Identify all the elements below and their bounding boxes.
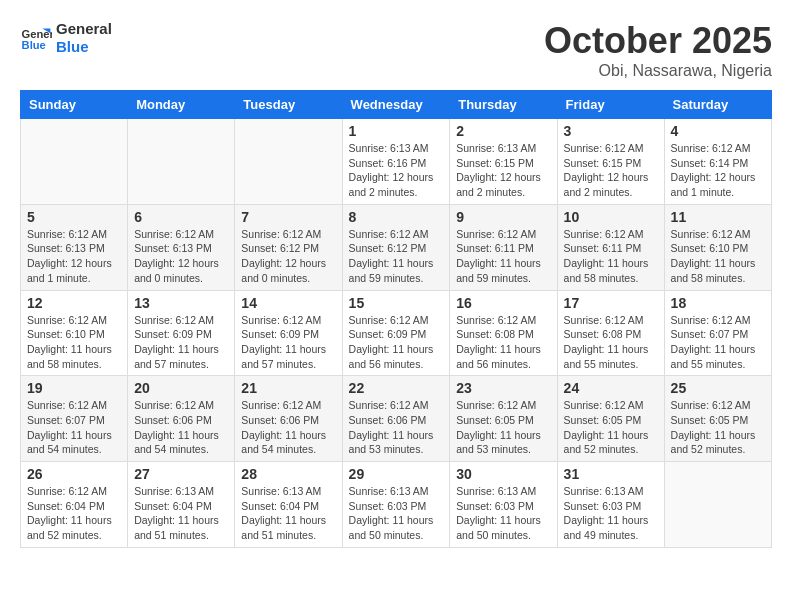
day-info: Sunrise: 6:12 AMSunset: 6:09 PMDaylight:…: [134, 313, 228, 372]
day-number: 13: [134, 295, 228, 311]
day-number: 16: [456, 295, 550, 311]
calendar-week-row: 19Sunrise: 6:12 AMSunset: 6:07 PMDayligh…: [21, 376, 772, 462]
day-info: Sunrise: 6:13 AMSunset: 6:04 PMDaylight:…: [241, 484, 335, 543]
weekday-header: Tuesday: [235, 91, 342, 119]
day-number: 30: [456, 466, 550, 482]
day-info: Sunrise: 6:12 AMSunset: 6:06 PMDaylight:…: [349, 398, 444, 457]
calendar-week-row: 26Sunrise: 6:12 AMSunset: 6:04 PMDayligh…: [21, 462, 772, 548]
day-info: Sunrise: 6:12 AMSunset: 6:06 PMDaylight:…: [241, 398, 335, 457]
day-number: 12: [27, 295, 121, 311]
day-info: Sunrise: 6:12 AMSunset: 6:12 PMDaylight:…: [241, 227, 335, 286]
calendar-cell: 11Sunrise: 6:12 AMSunset: 6:10 PMDayligh…: [664, 204, 771, 290]
day-number: 2: [456, 123, 550, 139]
calendar-cell: [128, 119, 235, 205]
day-number: 15: [349, 295, 444, 311]
page-header: General Blue General Blue October 2025 O…: [20, 20, 772, 80]
day-number: 20: [134, 380, 228, 396]
day-info: Sunrise: 6:12 AMSunset: 6:06 PMDaylight:…: [134, 398, 228, 457]
calendar-cell: 6Sunrise: 6:12 AMSunset: 6:13 PMDaylight…: [128, 204, 235, 290]
day-number: 21: [241, 380, 335, 396]
weekday-header-row: SundayMondayTuesdayWednesdayThursdayFrid…: [21, 91, 772, 119]
calendar-cell: 23Sunrise: 6:12 AMSunset: 6:05 PMDayligh…: [450, 376, 557, 462]
day-info: Sunrise: 6:13 AMSunset: 6:04 PMDaylight:…: [134, 484, 228, 543]
calendar-cell: 30Sunrise: 6:13 AMSunset: 6:03 PMDayligh…: [450, 462, 557, 548]
calendar-cell: 7Sunrise: 6:12 AMSunset: 6:12 PMDaylight…: [235, 204, 342, 290]
calendar-cell: 13Sunrise: 6:12 AMSunset: 6:09 PMDayligh…: [128, 290, 235, 376]
weekday-header: Friday: [557, 91, 664, 119]
logo-text-line1: General: [56, 20, 112, 38]
calendar: SundayMondayTuesdayWednesdayThursdayFrid…: [20, 90, 772, 548]
day-number: 11: [671, 209, 765, 225]
weekday-header: Monday: [128, 91, 235, 119]
calendar-cell: 10Sunrise: 6:12 AMSunset: 6:11 PMDayligh…: [557, 204, 664, 290]
day-number: 3: [564, 123, 658, 139]
day-number: 10: [564, 209, 658, 225]
calendar-cell: 8Sunrise: 6:12 AMSunset: 6:12 PMDaylight…: [342, 204, 450, 290]
day-number: 27: [134, 466, 228, 482]
calendar-cell: 16Sunrise: 6:12 AMSunset: 6:08 PMDayligh…: [450, 290, 557, 376]
logo-icon: General Blue: [20, 22, 52, 54]
weekday-header: Thursday: [450, 91, 557, 119]
calendar-cell: [664, 462, 771, 548]
calendar-cell: 22Sunrise: 6:12 AMSunset: 6:06 PMDayligh…: [342, 376, 450, 462]
day-info: Sunrise: 6:12 AMSunset: 6:10 PMDaylight:…: [671, 227, 765, 286]
calendar-cell: 26Sunrise: 6:12 AMSunset: 6:04 PMDayligh…: [21, 462, 128, 548]
day-info: Sunrise: 6:12 AMSunset: 6:13 PMDaylight:…: [27, 227, 121, 286]
day-info: Sunrise: 6:12 AMSunset: 6:05 PMDaylight:…: [671, 398, 765, 457]
day-info: Sunrise: 6:13 AMSunset: 6:03 PMDaylight:…: [564, 484, 658, 543]
month-title: October 2025: [544, 20, 772, 62]
calendar-cell: 2Sunrise: 6:13 AMSunset: 6:15 PMDaylight…: [450, 119, 557, 205]
weekday-header: Sunday: [21, 91, 128, 119]
day-info: Sunrise: 6:13 AMSunset: 6:03 PMDaylight:…: [349, 484, 444, 543]
weekday-header: Wednesday: [342, 91, 450, 119]
calendar-cell: 9Sunrise: 6:12 AMSunset: 6:11 PMDaylight…: [450, 204, 557, 290]
day-number: 6: [134, 209, 228, 225]
day-number: 1: [349, 123, 444, 139]
logo: General Blue General Blue: [20, 20, 112, 56]
day-number: 8: [349, 209, 444, 225]
day-number: 4: [671, 123, 765, 139]
calendar-cell: 25Sunrise: 6:12 AMSunset: 6:05 PMDayligh…: [664, 376, 771, 462]
calendar-cell: 24Sunrise: 6:12 AMSunset: 6:05 PMDayligh…: [557, 376, 664, 462]
day-info: Sunrise: 6:12 AMSunset: 6:13 PMDaylight:…: [134, 227, 228, 286]
day-info: Sunrise: 6:12 AMSunset: 6:08 PMDaylight:…: [564, 313, 658, 372]
day-info: Sunrise: 6:12 AMSunset: 6:10 PMDaylight:…: [27, 313, 121, 372]
calendar-cell: 18Sunrise: 6:12 AMSunset: 6:07 PMDayligh…: [664, 290, 771, 376]
calendar-cell: 1Sunrise: 6:13 AMSunset: 6:16 PMDaylight…: [342, 119, 450, 205]
day-info: Sunrise: 6:13 AMSunset: 6:16 PMDaylight:…: [349, 141, 444, 200]
calendar-week-row: 5Sunrise: 6:12 AMSunset: 6:13 PMDaylight…: [21, 204, 772, 290]
day-info: Sunrise: 6:12 AMSunset: 6:04 PMDaylight:…: [27, 484, 121, 543]
day-number: 25: [671, 380, 765, 396]
day-info: Sunrise: 6:12 AMSunset: 6:07 PMDaylight:…: [27, 398, 121, 457]
calendar-cell: 12Sunrise: 6:12 AMSunset: 6:10 PMDayligh…: [21, 290, 128, 376]
day-info: Sunrise: 6:12 AMSunset: 6:05 PMDaylight:…: [456, 398, 550, 457]
day-info: Sunrise: 6:12 AMSunset: 6:11 PMDaylight:…: [564, 227, 658, 286]
day-info: Sunrise: 6:12 AMSunset: 6:05 PMDaylight:…: [564, 398, 658, 457]
svg-text:Blue: Blue: [22, 39, 46, 51]
day-number: 18: [671, 295, 765, 311]
title-block: October 2025 Obi, Nassarawa, Nigeria: [544, 20, 772, 80]
calendar-cell: 31Sunrise: 6:13 AMSunset: 6:03 PMDayligh…: [557, 462, 664, 548]
day-info: Sunrise: 6:12 AMSunset: 6:11 PMDaylight:…: [456, 227, 550, 286]
logo-text-line2: Blue: [56, 38, 112, 56]
day-info: Sunrise: 6:12 AMSunset: 6:15 PMDaylight:…: [564, 141, 658, 200]
calendar-week-row: 1Sunrise: 6:13 AMSunset: 6:16 PMDaylight…: [21, 119, 772, 205]
location: Obi, Nassarawa, Nigeria: [544, 62, 772, 80]
calendar-cell: 29Sunrise: 6:13 AMSunset: 6:03 PMDayligh…: [342, 462, 450, 548]
day-info: Sunrise: 6:13 AMSunset: 6:15 PMDaylight:…: [456, 141, 550, 200]
day-number: 31: [564, 466, 658, 482]
day-number: 28: [241, 466, 335, 482]
day-number: 9: [456, 209, 550, 225]
day-number: 24: [564, 380, 658, 396]
day-number: 29: [349, 466, 444, 482]
day-info: Sunrise: 6:12 AMSunset: 6:07 PMDaylight:…: [671, 313, 765, 372]
day-number: 23: [456, 380, 550, 396]
calendar-cell: 27Sunrise: 6:13 AMSunset: 6:04 PMDayligh…: [128, 462, 235, 548]
calendar-cell: 20Sunrise: 6:12 AMSunset: 6:06 PMDayligh…: [128, 376, 235, 462]
calendar-week-row: 12Sunrise: 6:12 AMSunset: 6:10 PMDayligh…: [21, 290, 772, 376]
calendar-cell: 3Sunrise: 6:12 AMSunset: 6:15 PMDaylight…: [557, 119, 664, 205]
day-info: Sunrise: 6:12 AMSunset: 6:12 PMDaylight:…: [349, 227, 444, 286]
weekday-header: Saturday: [664, 91, 771, 119]
day-number: 14: [241, 295, 335, 311]
calendar-cell: 14Sunrise: 6:12 AMSunset: 6:09 PMDayligh…: [235, 290, 342, 376]
